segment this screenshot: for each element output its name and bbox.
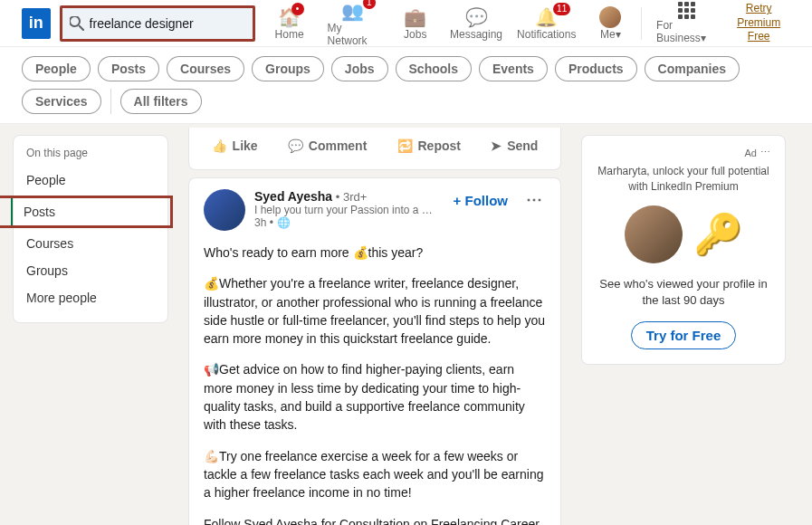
post-headline: I help you turn your Passion into a High… <box>254 204 439 216</box>
ad-label: Ad ⋯ <box>597 147 770 158</box>
nav-notifications[interactable]: 🔔 11 Notifications <box>510 6 583 41</box>
nav-jobs[interactable]: 💼 Jobs <box>388 6 443 41</box>
comment-icon: 💬 <box>288 138 303 153</box>
repost-icon: 🔁 <box>397 138 413 153</box>
home-badge: • <box>291 3 304 15</box>
feed: 👍Like 💬Comment 🔁Repost ➤Send Syed Ayesha… <box>188 128 561 525</box>
nav-me[interactable]: Me▾ <box>583 6 637 41</box>
nav-network-label: My Network <box>328 22 377 47</box>
key-icon: 🔑 <box>693 211 743 258</box>
post-avatar[interactable] <box>204 189 245 231</box>
post-line: Follow Syed Ayesha for Consultation on F… <box>204 515 546 525</box>
filter-posts[interactable]: Posts <box>98 56 159 81</box>
ad-headline: Marharyta, unlock your full potential wi… <box>597 164 770 195</box>
filter-products[interactable]: Products <box>555 56 637 81</box>
sidebar-item-posts[interactable]: Posts <box>11 198 170 225</box>
filter-groups[interactable]: Groups <box>252 56 324 81</box>
send-button[interactable]: ➤Send <box>482 131 547 160</box>
nav-home-label: Home <box>275 28 304 41</box>
search-highlight <box>60 5 255 42</box>
right-rail: Ad ⋯ Marharyta, unlock your full potenti… <box>581 135 786 525</box>
notifications-badge: 11 <box>553 3 570 15</box>
nav-divider <box>641 7 642 40</box>
like-button[interactable]: 👍Like <box>203 131 267 160</box>
nav-jobs-label: Jobs <box>404 28 426 41</box>
sidebar: On this page People Posts Courses Groups… <box>13 135 168 323</box>
nav-notifications-label: Notifications <box>517 28 576 41</box>
search-icon <box>70 16 84 31</box>
nav-messaging-label: Messaging <box>450 28 502 41</box>
filter-divider <box>110 89 111 114</box>
follow-button[interactable]: + Follow <box>448 189 513 231</box>
post-body: Who's ready to earn more 💰this year? 💰Wh… <box>189 234 560 525</box>
ad-cta-button[interactable]: Try for Free <box>631 321 737 349</box>
nav-me-label: Me <box>600 28 616 41</box>
apps-icon <box>678 2 695 19</box>
network-icon: 👥 <box>341 0 363 22</box>
filter-people[interactable]: People <box>22 56 91 81</box>
sidebar-item-groups[interactable]: Groups <box>14 257 167 284</box>
filter-companies[interactable]: Companies <box>645 56 740 81</box>
me-avatar <box>599 6 621 28</box>
post-card: Syed Ayesha • 3rd+ I help you turn your … <box>188 177 561 525</box>
nav-messaging[interactable]: 💬 Messaging <box>443 6 511 41</box>
send-icon: ➤ <box>491 138 502 153</box>
ad-text: See who's viewed your profile in the las… <box>597 276 770 309</box>
sidebar-item-courses[interactable]: Courses <box>14 230 167 257</box>
jobs-icon: 💼 <box>405 6 426 28</box>
linkedin-logo[interactable]: in <box>22 8 51 39</box>
filter-events[interactable]: Events <box>479 56 548 81</box>
post-line: 📢Get advice on how to find higher-paying… <box>204 360 546 434</box>
messaging-icon: 💬 <box>465 6 487 28</box>
globe-icon: 🌐 <box>277 216 291 229</box>
sidebar-highlight: Posts <box>0 196 173 228</box>
prev-post-actions: 👍Like 💬Comment 🔁Repost ➤Send <box>188 128 561 170</box>
repost-button[interactable]: 🔁Repost <box>388 131 470 160</box>
ad-overflow[interactable]: ⋯ <box>760 147 770 158</box>
ad-card: Ad ⋯ Marharyta, unlock your full potenti… <box>581 135 786 365</box>
filter-jobs[interactable]: Jobs <box>331 56 388 81</box>
search-box[interactable] <box>62 8 253 39</box>
filter-all[interactable]: All filters <box>120 89 202 114</box>
post-author[interactable]: Syed Ayesha <box>254 189 332 204</box>
sidebar-title: On this page <box>14 147 167 167</box>
sidebar-item-people[interactable]: People <box>14 167 167 194</box>
filter-courses[interactable]: Courses <box>167 56 244 81</box>
filter-schools[interactable]: Schools <box>396 56 472 81</box>
network-badge: 1 <box>363 0 376 9</box>
comment-button[interactable]: 💬Comment <box>279 131 377 160</box>
ad-avatar <box>625 205 683 263</box>
post-time: 3h • 🌐 <box>254 216 439 229</box>
sidebar-item-more-people[interactable]: More people <box>14 284 167 311</box>
post-overflow-button[interactable]: ⋯ <box>522 189 546 231</box>
filter-services[interactable]: Services <box>22 89 101 114</box>
post-line: 💪🏻Try one freelance exercise a week for … <box>204 447 546 502</box>
nav-business[interactable]: For Business▾ <box>645 2 727 44</box>
post-line: Who's ready to earn more 💰this year? <box>204 243 546 262</box>
nav-business-label: For Business <box>656 19 701 44</box>
filter-bar: People Posts Courses Groups Jobs Schools… <box>0 47 812 124</box>
retry-premium-link[interactable]: Retry PremiumFree <box>727 2 790 44</box>
post-degree: • 3rd+ <box>332 190 367 204</box>
post-line: 💰Whether you're a freelance writer, free… <box>204 274 546 348</box>
search-input[interactable] <box>90 16 245 31</box>
nav-network[interactable]: 👥 1 My Network <box>317 0 388 47</box>
nav-home[interactable]: 🏠 • Home <box>263 6 317 41</box>
like-icon: 👍 <box>212 138 227 153</box>
